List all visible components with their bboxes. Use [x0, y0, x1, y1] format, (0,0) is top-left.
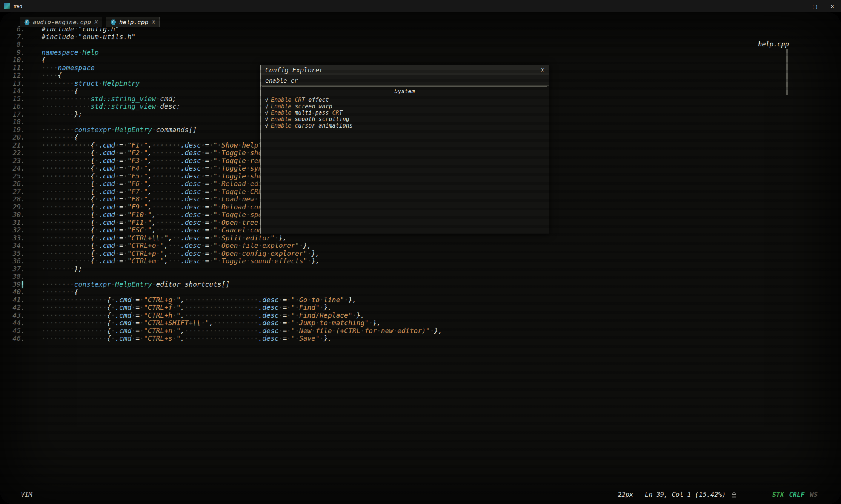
line-number: 27. [5, 188, 25, 196]
code-line[interactable]: 35.············{·.cmd·=·"CTRL+p·",···.de… [5, 250, 784, 258]
line-number: 20. [5, 134, 25, 141]
line-number: 21. [5, 141, 25, 149]
code-line-text: namespace·Help [25, 49, 99, 57]
code-line[interactable]: 8. [5, 41, 784, 49]
code-line[interactable]: 37.········}; [5, 265, 784, 273]
code-line-text: ········}; [25, 111, 82, 118]
code-line[interactable]: 10.{ [5, 56, 784, 64]
code-line[interactable]: 42.················{·.cmd·=·"CTRL+f·",··… [5, 304, 784, 312]
config-item-text: s [295, 103, 298, 110]
dialog-title: Config Explorer [265, 66, 323, 74]
config-item[interactable]: √Enable multi-pass CRT [262, 110, 547, 116]
match-highlight: Enable [271, 103, 295, 110]
code-line-text: ············{·.cmd·=·"F1·",·······.desc·… [25, 141, 275, 149]
code-line-text [25, 118, 42, 126]
config-item[interactable]: √Enable cursor animations [262, 123, 547, 129]
code-line-text: ····namespace [25, 64, 95, 72]
code-line-text: ················{·.cmd·=·"CTRL+g·",·····… [25, 296, 357, 304]
line-number: 17. [5, 111, 25, 118]
tab-label: audio-engine.cpp [33, 18, 91, 26]
line-number: 40. [5, 288, 25, 296]
code-line-text: ············{·.cmd·=·"CTRL+m·",···.desc·… [25, 257, 320, 265]
code-line[interactable]: 44.················{·.cmd·=·"CTRL+SHIFT+… [5, 319, 784, 327]
status-bar: VIM 22px Ln 39, Col 1 (15.42%) STXCRLFWS [0, 490, 841, 499]
code-line[interactable]: 46.················{·.cmd·=·"CTRL+s·",··… [5, 335, 784, 343]
tab-close-icon[interactable]: X [151, 19, 155, 25]
checkbox-checked-icon[interactable]: √ [265, 116, 271, 123]
checkbox-checked-icon[interactable]: √ [265, 122, 271, 129]
config-item[interactable]: √Enable screen warp [262, 103, 547, 110]
line-number: 9. [5, 49, 25, 57]
config-list: √Enable CRT effect√Enable screen warp√En… [262, 97, 547, 129]
window-titlebar[interactable]: fred – ▢ ✕ [0, 0, 841, 12]
code-line-text: ············{·.cmd·=·"CTRL+\\·",··.desc·… [25, 234, 287, 242]
filename-overlay: help.cpp [758, 40, 789, 48]
line-number: 7. [5, 33, 25, 41]
line-number: 29. [5, 203, 25, 211]
code-line[interactable]: 34.············{·.cmd·=·"CTRL+o·",···.de… [5, 242, 784, 250]
status-flag-crlf: CRLF [789, 491, 805, 498]
code-line-text: #include·"enum-utils.h" [25, 33, 135, 41]
match-highlight: Enable CR [271, 97, 301, 103]
code-line-text: ················{·.cmd·=·"CTRL+f·",·····… [25, 304, 332, 312]
code-line-text: ············std::string_view·desc; [25, 103, 180, 111]
checkbox-checked-icon[interactable]: √ [265, 109, 271, 116]
config-item-text: multi-pass [295, 109, 332, 116]
config-item[interactable]: √Enable smooth scrolling [262, 116, 547, 123]
code-line-text: ················{·.cmd·=·"CTRL+h·",·····… [25, 312, 364, 320]
code-line-text: ················{·.cmd·=·"CTRL+s·",·····… [25, 335, 332, 343]
code-line-text: ········{ [25, 134, 78, 141]
checkbox-checked-icon[interactable]: √ [265, 103, 271, 110]
code-line[interactable]: 40.········{ [5, 288, 784, 296]
code-line[interactable]: 39.········constexpr·HelpEntry·editor_sh… [5, 281, 784, 289]
config-item-text: smooth s [295, 116, 322, 123]
line-number: 23. [5, 157, 25, 165]
line-number: 13. [5, 80, 25, 88]
cursor-position-status: 22px Ln 39, Col 1 (15.42%) [618, 491, 726, 498]
app-icon [4, 3, 10, 9]
tab-audio-engine[interactable]: C audio-engine.cpp X [20, 17, 102, 27]
code-line-text: ············{·.cmd·=·"F5·",·······.desc·… [25, 172, 299, 180]
line-number: 16. [5, 103, 25, 111]
config-item-text: olling [329, 116, 349, 123]
match-highlight: cr [298, 103, 305, 110]
scrollbar-thumb[interactable] [786, 49, 788, 95]
tab-help[interactable]: C help.cpp X [106, 17, 160, 27]
close-button[interactable]: ✕ [824, 0, 841, 12]
vim-mode-indicator: VIM [21, 491, 32, 498]
line-number: 38. [5, 273, 25, 281]
line-number: 34. [5, 242, 25, 250]
checkbox-checked-icon[interactable]: √ [265, 97, 271, 103]
config-item-text: sor animations [305, 122, 352, 129]
tab-close-icon[interactable]: X [94, 19, 98, 25]
minimize-button[interactable]: – [789, 0, 806, 12]
code-line[interactable]: 45.················{·.cmd·=·"CTRL+n·",··… [5, 327, 784, 335]
code-line[interactable]: 43.················{·.cmd·=·"CTRL+h·",··… [5, 312, 784, 320]
match-highlight: Enable [271, 116, 295, 123]
code-line[interactable]: 33.············{·.cmd·=·"CTRL+\\·",··.de… [5, 234, 784, 242]
maximize-button[interactable]: ▢ [806, 0, 824, 12]
code-line[interactable]: 36.············{·.cmd·=·"CTRL+m·",···.de… [5, 257, 784, 265]
code-line[interactable]: 38. [5, 273, 784, 281]
config-search-input[interactable]: enable cr [261, 75, 549, 86]
editor-screen: C audio-engine.cpp X C help.cpp X help.c… [0, 12, 841, 504]
dialog-titlebar[interactable]: Config Explorer X [261, 65, 549, 75]
line-number: 30. [5, 211, 25, 219]
code-line[interactable]: 7.#include·"enum-utils.h" [5, 33, 784, 41]
config-item[interactable]: √Enable CRT effect [262, 97, 547, 103]
window-title: fred [14, 3, 22, 9]
line-number: 35. [5, 250, 25, 258]
code-line-text: ············{·.cmd·=·"ESC·",······.desc·… [25, 226, 295, 234]
line-number: 42. [5, 304, 25, 312]
code-line-text: ················{·.cmd·=·"CTRL+n·",·····… [25, 327, 442, 335]
line-number: 10. [5, 56, 25, 64]
code-line[interactable]: 41.················{·.cmd·=·"CTRL+g·",··… [5, 296, 784, 304]
code-line-text: ············{·.cmd·=·"CTRL+o·",···.desc·… [25, 242, 311, 250]
line-number: 46. [5, 335, 25, 343]
code-line-text: ············{·.cmd·=·"CTRL+p·",···.desc·… [25, 250, 320, 258]
code-line-text: ········}; [25, 265, 82, 273]
code-line-text: ················{·.cmd·=·"CTRL+SHIFT+\\·… [25, 319, 381, 327]
dialog-close-icon[interactable]: X [541, 67, 544, 73]
code-line[interactable]: 9.namespace·Help [5, 49, 784, 57]
config-list-panel: System √Enable CRT effect√Enable screen … [262, 86, 547, 232]
